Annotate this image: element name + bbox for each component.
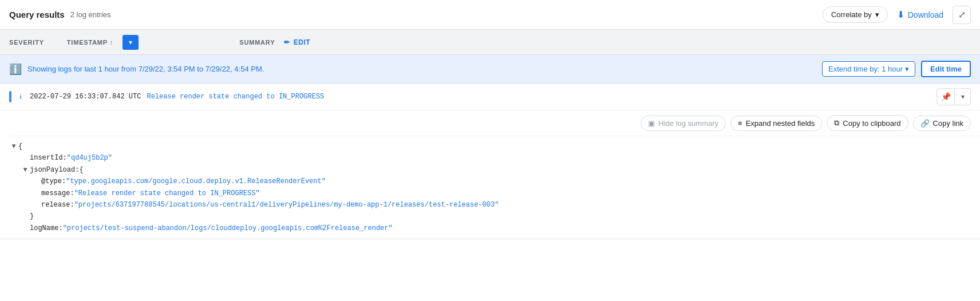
json-toggle[interactable]: ▼ [21,164,30,176]
pencil-icon: ✏ [284,38,290,46]
correlate-button[interactable]: Correlate by ▾ [823,6,888,23]
expand-nested-icon: ≡ [738,119,742,128]
json-value: "type.googleapis.com/google.cloud.deploy… [66,176,326,187]
download-arrow-icon: ⬇ [897,9,904,20]
json-bracket: } [30,211,34,222]
expand-icon: ⤢ [958,9,966,20]
json-key: release [41,199,70,211]
json-bracket: { [18,141,22,152]
info-banner: ℹ️ Showing logs for last 1 hour from 7/2… [0,55,980,84]
info-banner-text: Showing logs for last 1 hour from 7/29/2… [27,65,816,73]
dropdown-chevron-icon: ▾ [129,38,132,46]
info-circle-icon: ℹ️ [9,63,22,76]
json-line: message: "Release render state changed t… [9,188,980,199]
hide-summary-label: Hide log summary [658,119,718,128]
json-line: release: "projects/637197788545/location… [9,199,980,211]
json-line: logName: "projects/test-suspend-abandon/… [9,223,980,234]
json-line: insertId: "qd4uj5b2p" [9,152,980,164]
col-header-severity: SEVERITY [9,39,44,46]
copy-link-button[interactable]: 🔗 Copy link [913,116,971,131]
edit-columns-button[interactable]: ✏ EDIT [284,38,310,46]
extend-time-label: Extend time by: 1 hour [828,65,903,73]
download-button[interactable]: ⬇ Download [897,9,943,20]
expand-nested-fields-button[interactable]: ≡ Expand nested fields [730,116,822,131]
log-summary: Release render state changed to IN_PROGR… [147,93,931,101]
severity-indicator [9,91,11,102]
log-count-badge: 2 log entries [70,10,111,19]
log-entry-row[interactable]: i 2022-07-29 16:33:07.842 UTC Release re… [0,84,980,110]
correlate-chevron-icon: ▾ [875,10,879,19]
json-content: ▼{ insertId: "qd4uj5b2p"▼jsonPayload: { … [9,136,980,239]
json-line: ▼jsonPayload: { [9,164,980,176]
json-separator: : [70,199,74,211]
json-value: { [79,164,83,176]
correlate-label: Correlate by [831,10,872,19]
expand-nested-label: Expand nested fields [746,119,815,128]
json-line: @type: "type.googleapis.com/google.cloud… [9,176,980,187]
json-line: ▼{ [9,141,980,152]
copy-link-label: Copy link [933,119,963,128]
download-label: Download [908,10,943,19]
column-headers: SEVERITY TIMESTAMP ↑ ▾ SUMMARY ✏ EDIT [0,30,980,55]
col-header-summary: SUMMARY [239,39,275,46]
pin-icon: 📌 [941,92,951,101]
col-header-timestamp: TIMESTAMP ↑ [67,39,113,46]
hide-log-summary-button[interactable]: ▣ Hide log summary [641,116,726,131]
expand-panel-button[interactable]: ⤢ [953,6,971,24]
link-icon: 🔗 [920,119,930,128]
copy-clipboard-label: Copy to clipboard [843,119,900,128]
row-dropdown-button[interactable]: ▾ [955,88,971,105]
hide-summary-icon: ▣ [648,119,655,128]
json-key: @type [41,176,62,187]
json-key: insertId [30,152,63,164]
json-separator: : [63,152,67,164]
timestamp-dropdown-button[interactable]: ▾ [122,35,139,50]
json-separator: : [75,164,79,176]
edit-time-label: Edit time [930,65,962,73]
log-level-badge: i [17,93,24,100]
log-timestamp: 2022-07-29 16:33:07.842 UTC [30,93,141,101]
json-key: logName [30,223,58,234]
pin-button[interactable]: 📌 [936,88,955,105]
json-key: message [41,188,70,199]
json-separator: : [62,176,66,187]
page-title: Query results [9,10,65,19]
json-value: "projects/test-suspend-abandon/logs/clou… [63,223,393,234]
header-bar: Query results 2 log entries Correlate by… [0,0,980,30]
copy-icon: ⧉ [834,118,839,128]
log-detail-toolbar: ▣ Hide log summary ≡ Expand nested field… [9,110,980,136]
log-detail: ▣ Hide log summary ≡ Expand nested field… [0,110,980,239]
json-value: "projects/637197788545/locations/us-cent… [74,199,499,211]
sort-asc-icon: ↑ [110,39,113,46]
json-separator: : [70,188,74,199]
json-line: } [9,211,980,222]
row-dropdown-chevron-icon: ▾ [961,93,965,101]
json-value: "qd4uj5b2p" [67,152,112,164]
json-key: jsonPayload [30,164,75,176]
copy-to-clipboard-button[interactable]: ⧉ Copy to clipboard [827,115,908,131]
json-separator: : [58,223,62,234]
edit-time-button[interactable]: Edit time [921,61,971,77]
extend-chevron-icon: ▾ [905,65,909,73]
json-toggle[interactable]: ▼ [9,141,18,152]
extend-time-button[interactable]: Extend time by: 1 hour ▾ [822,61,915,77]
json-value: "Release render state changed to IN_PROG… [74,188,260,199]
